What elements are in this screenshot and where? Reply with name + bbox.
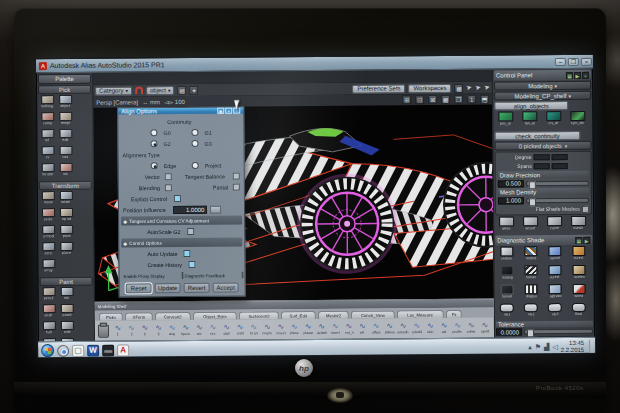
diagnostic-shade-header[interactable]: Diagnostic Shade ▦▶ <box>495 235 592 246</box>
shelf-tool[interactable]: ∿ext <box>356 321 370 336</box>
diagnostic-tool[interactable]: wired <box>568 284 591 302</box>
palette-tool[interactable]: object <box>56 95 74 112</box>
shelf-tool[interactable]: ∿crvfit <box>233 322 247 337</box>
visibility-tool[interactable]: vis1 <box>496 303 518 320</box>
workspaces-button[interactable]: Workspaces <box>409 83 452 92</box>
zoom-view-icon[interactable]: ⊠ <box>428 95 437 104</box>
preference-sets-button[interactable]: Preference Sets <box>352 84 405 93</box>
radio-g2[interactable] <box>150 140 157 147</box>
palette-tool[interactable]: paisft <box>58 304 76 321</box>
degree-field[interactable] <box>552 154 568 160</box>
palette-section-pick[interactable]: Pick <box>38 85 91 94</box>
shelf-tool[interactable]: ∿1 <box>111 323 125 338</box>
maximize-button[interactable]: ❐ <box>568 57 579 65</box>
palette-tool[interactable]: move <box>39 191 57 208</box>
diagnostic-feedback-checkbox[interactable] <box>242 272 244 279</box>
palette-tool[interactable]: p mod <box>39 225 57 242</box>
shelf-tool[interactable]: ∿rebuild <box>410 321 424 336</box>
object-dropdown[interactable]: object▾ <box>146 86 175 95</box>
palette-tool[interactable]: vis <box>57 163 75 180</box>
palette-tool[interactable]: halt <box>40 321 58 338</box>
palette-tool[interactable]: np sd <box>57 208 75 225</box>
tolerance-value[interactable]: 0.0000 <box>496 328 522 335</box>
view-number-box[interactable]: 1 <box>467 95 476 104</box>
diagnostic-tool[interactable]: isoang <box>495 265 518 283</box>
shelf-tool[interactable]: ∿planes <box>383 321 397 336</box>
trash-icon[interactable] <box>98 324 109 337</box>
shelf-tab[interactable]: Loc_Measure <box>397 310 443 318</box>
volume-icon[interactable]: ◁ <box>552 343 557 351</box>
shelf-tool[interactable]: ∿rail <box>437 320 451 335</box>
blending-checkbox[interactable] <box>165 184 172 191</box>
radio-g3[interactable] <box>191 140 198 147</box>
dialog-button[interactable]: Reset <box>126 283 152 293</box>
taskbar-clock[interactable]: 13:452.2.2015 <box>561 339 586 353</box>
shelf-tool[interactable]: ∿srfilet <box>464 320 478 335</box>
palette-section-transform[interactable]: Transform <box>39 181 92 190</box>
shelf-tool[interactable]: ∿ext_n <box>342 321 356 336</box>
cursor-tool-icon[interactable]: ➤ <box>483 83 491 92</box>
dialog-button[interactable]: Revert <box>184 283 210 293</box>
panel-play-icon[interactable]: ▶ <box>583 236 590 243</box>
shelf-tab[interactable]: Constr_View <box>351 310 395 318</box>
palette-tool[interactable]: ref <box>38 129 56 146</box>
palette-tool[interactable]: nothing <box>38 95 56 112</box>
shelf-tool[interactable]: ∿fit crv <box>247 322 261 337</box>
fullscreen-icon[interactable]: ⬒ <box>480 95 489 104</box>
draw-precision-value[interactable]: 0.500 <box>498 180 524 187</box>
app-taskbar-icon[interactable]: ▬ <box>102 344 114 356</box>
align-tool[interactable]: sym_aln <box>566 111 588 130</box>
flat-shade-checkbox[interactable] <box>582 205 589 212</box>
create-history-checkbox[interactable] <box>189 261 196 268</box>
layout-icon[interactable]: ▦ <box>454 83 463 92</box>
quick-tool[interactable]: acsurf <box>519 216 541 234</box>
visibility-tool[interactable]: float <box>568 303 590 320</box>
shelf-tool[interactable]: ∿planar <box>301 322 315 337</box>
cursor-tool-icon[interactable]: ➤ <box>474 83 482 92</box>
palette-tool[interactable]: array <box>39 259 57 276</box>
palette-tool[interactable]: templ <box>56 112 74 129</box>
shelf-tab[interactable]: Surf_Edit <box>281 311 316 319</box>
tangent-curvature-section[interactable]: ◆Tangent and Curvature CV Adjustment <box>121 216 242 226</box>
tangent-balance-checkbox[interactable] <box>233 173 240 180</box>
autodesk-icon[interactable]: A <box>117 344 129 356</box>
shelf-tool[interactable]: ∿crvect <box>274 322 288 337</box>
palette-tool[interactable]: ink <box>58 287 76 304</box>
quick-tool[interactable]: curve <box>543 216 565 234</box>
mesh-density-slider[interactable] <box>526 197 589 202</box>
palette-tool[interactable]: wsft <box>58 321 76 338</box>
degree-field[interactable] <box>534 154 550 160</box>
window-split-icon[interactable]: ❐ <box>454 95 463 104</box>
cursor-tool-icon[interactable]: ➤ <box>465 83 473 92</box>
category-dropdown[interactable]: Category▾ <box>95 86 132 95</box>
shelf-tool[interactable]: ∿circ <box>206 322 220 337</box>
network-icon[interactable]: ▟ <box>544 343 549 351</box>
palette-tool[interactable]: scale <box>39 208 57 225</box>
shelf-tab[interactable]: Object_Edits <box>193 312 237 320</box>
shelf-tool[interactable]: ∿plane <box>288 322 302 337</box>
shelf-tool[interactable]: ∿detach <box>315 321 329 336</box>
check-continuity-button[interactable]: check_continuity <box>494 131 580 141</box>
explorer-icon[interactable]: ▢ <box>72 344 84 356</box>
shelf-tool[interactable]: ∿profile <box>451 320 465 335</box>
explicit-control-checkbox[interactable] <box>174 195 181 202</box>
draw-precision-slider[interactable] <box>526 180 589 185</box>
align-tool[interactable]: pos_al <box>494 111 516 130</box>
shelf-tool[interactable]: ∿dupl <box>220 322 234 337</box>
vector-checkbox[interactable] <box>165 173 172 180</box>
palette-tool[interactable]: locator <box>39 163 57 180</box>
chrome-icon[interactable] <box>57 344 69 356</box>
diagnostic-tool[interactable]: shdron <box>495 246 518 264</box>
panel-grid-icon[interactable]: ▦ <box>575 236 582 243</box>
shelf-tab[interactable]: Surfaces#2 <box>239 311 279 319</box>
diagnostic-tool[interactable]: rancol <box>543 246 566 264</box>
picked-objects-bar[interactable]: 0 picked objects▾ <box>494 141 591 151</box>
radio-g0[interactable] <box>150 129 157 136</box>
position-influence-field[interactable]: 1.0000 <box>173 205 207 213</box>
shelf-tool[interactable]: ∿offset <box>369 321 383 336</box>
auto-update-checkbox[interactable] <box>184 250 191 257</box>
close-button[interactable]: × <box>581 57 592 65</box>
shelf-tool[interactable]: ∿5 <box>152 323 166 338</box>
diagnostic-tool[interactable]: diagsu <box>520 284 543 302</box>
word-icon[interactable]: W <box>87 344 99 356</box>
